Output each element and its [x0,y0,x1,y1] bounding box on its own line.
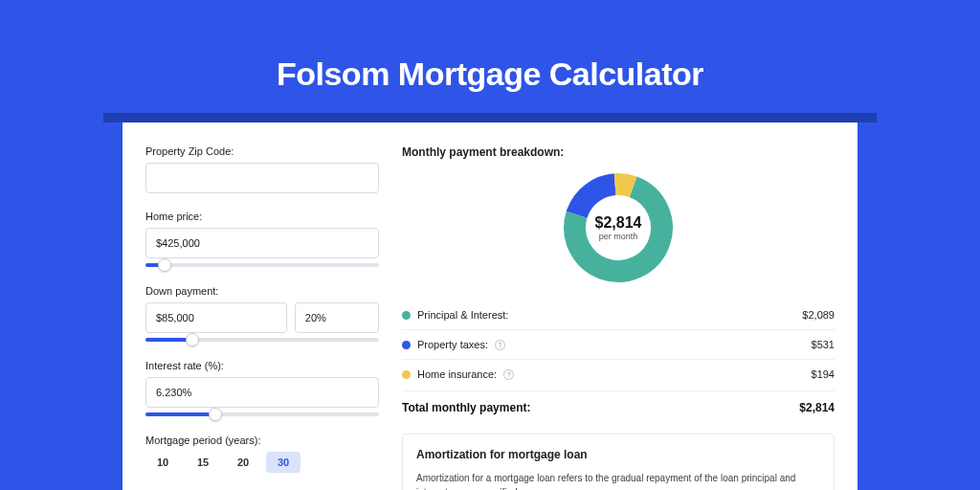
legend-label: Home insurance: [417,368,497,380]
slider-thumb[interactable] [186,333,199,346]
period-options: 10152030 [145,452,379,473]
breakdown-title: Monthly payment breakdown: [402,145,835,159]
legend-amount: $2,089 [802,309,835,321]
legend-row: Property taxes:?$531 [402,330,835,360]
interest-rate-slider[interactable] [145,408,379,421]
slider-thumb[interactable] [209,408,222,421]
period-option-15[interactable]: 15 [186,452,220,473]
amortization-box: Amortization for mortgage loan Amortizat… [402,434,835,490]
slider-thumb[interactable] [158,258,171,272]
payment-donut-chart: $2,814 per month [561,170,676,285]
breakdown-column: Monthly payment breakdown: $2,814 per mo… [379,122,858,490]
home-price-label: Home price: [145,211,379,222]
legend-amount: $194 [812,368,835,380]
card-shadow [103,113,877,122]
breakdown-legend: Principal & Interest:$2,089Property taxe… [402,301,835,389]
legend-label: Principal & Interest: [417,309,508,321]
legend-dot [402,370,411,379]
total-label: Total monthly payment: [402,401,530,414]
down-payment-slider[interactable] [145,333,379,346]
legend-label: Property taxes: [417,339,488,350]
donut-amount: $2,814 [595,214,642,232]
down-payment-amount-input[interactable] [145,302,287,333]
help-icon[interactable]: ? [503,369,514,380]
help-icon[interactable]: ? [495,340,505,350]
period-option-10[interactable]: 10 [145,452,180,473]
period-option-20[interactable]: 20 [226,452,260,473]
down-payment-label: Down payment: [145,285,379,297]
home-price-input[interactable] [145,228,379,258]
amortization-text: Amortization for a mortgage loan refers … [416,471,820,490]
legend-row: Principal & Interest:$2,089 [402,301,835,330]
page-title: Folsom Mortgage Calculator [0,56,980,93]
legend-dot [402,311,411,320]
down-payment-pct-input[interactable] [295,302,379,333]
interest-rate-label: Interest rate (%): [145,360,379,371]
interest-rate-input[interactable] [145,377,379,408]
zip-label: Property Zip Code: [145,145,379,157]
legend-row: Home insurance:?$194 [402,360,835,389]
donut-sub: per month [599,232,638,241]
calculator-card: Property Zip Code: Home price: Down paym… [122,122,858,490]
inputs-column: Property Zip Code: Home price: Down paym… [122,122,379,490]
legend-amount: $531 [812,339,835,350]
home-price-slider[interactable] [145,258,379,272]
amortization-title: Amortization for mortgage loan [416,448,820,461]
period-option-30[interactable]: 30 [266,452,301,473]
zip-input[interactable] [145,163,379,193]
total-amount: $2,814 [799,401,835,414]
legend-dot [402,341,411,349]
period-label: Mortgage period (years): [145,434,379,446]
